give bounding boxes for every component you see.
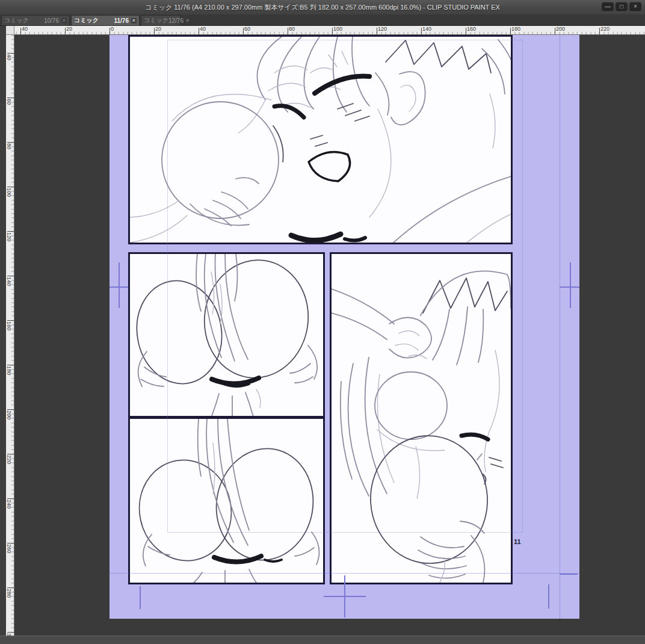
crop-mark-bottom-left-v (140, 586, 141, 609)
tab-close-icon[interactable]: × (131, 18, 137, 23)
tab-page-count: 11/76 (114, 17, 129, 24)
ruler-major-tick (65, 28, 66, 34)
ruler-tick-label: 200 (6, 410, 12, 420)
ruler-major-tick (7, 498, 14, 499)
ruler-tick-label: 120 (6, 232, 12, 241)
ruler-major-tick (7, 276, 14, 276)
ruler-tick-label: 180 (6, 366, 12, 375)
crop-mark-bottom-right-h (560, 574, 578, 575)
crop-mark-left-center-v (119, 262, 120, 308)
ruler-major-tick (7, 454, 14, 454)
minimize-button[interactable]: — (602, 2, 614, 11)
ruler-tick-label: 160 (467, 26, 476, 32)
ruler-major-tick (421, 28, 422, 34)
horizontal-ruler[interactable]: 4020020406080100120140160180200220 (14, 26, 645, 35)
ruler-tick-label: 240 (6, 500, 12, 509)
tab-comic-10[interactable]: コミック 10/76 × (1, 15, 70, 25)
ruler-tick-label: 120 (378, 26, 387, 32)
title-bar: コミック 11/76 (A4 210.00 x 297.00mm 製本サイズ:B… (0, 0, 645, 15)
ruler-major-tick (7, 365, 14, 365)
tab-label: コミック (4, 16, 29, 25)
ruler-major-tick (599, 28, 600, 34)
tab-close-icon[interactable]: × (186, 18, 189, 23)
ruler-tick-label: 80 (289, 26, 295, 32)
window-controls: — □ × (602, 2, 641, 11)
ruler-major-tick (243, 28, 244, 34)
tab-comic-12[interactable]: コミック 12/76 × (141, 15, 181, 25)
ruler-tick-label: 100 (6, 188, 12, 197)
ruler-major-tick (199, 28, 199, 34)
window-title: コミック 11/76 (A4 210.00 x 297.00mm 製本サイズ:B… (145, 3, 500, 12)
trim-guide-horizontal (110, 573, 579, 574)
comic-page: 11 (110, 35, 579, 619)
ruler-tick-label: 80 (6, 143, 12, 149)
ruler-tick-label: 280 (6, 589, 12, 598)
ruler-tick-label: 100 (333, 26, 342, 32)
ruler-tick-label: 180 (511, 26, 520, 32)
close-button[interactable]: × (629, 2, 641, 11)
window-bottom-edge (0, 636, 645, 644)
tab-label: コミック (74, 16, 99, 25)
crop-mark-right-center-v (570, 262, 571, 308)
tab-comic-11[interactable]: コミック 11/76 × (71, 15, 140, 25)
drawing-canvas[interactable]: 11 (14, 35, 645, 636)
ruler-tick-label: 60 (244, 26, 250, 32)
ruler-major-tick (288, 28, 288, 34)
tab-label: コミック (144, 16, 168, 25)
ruler-major-tick (7, 187, 14, 187)
ruler-major-tick (110, 28, 110, 34)
ruler-major-tick (332, 28, 333, 34)
ruler-major-tick (377, 28, 377, 34)
ruler-major-tick (7, 409, 14, 410)
ruler-tick-label: 260 (6, 544, 12, 553)
ruler-tick-label: 20 (155, 26, 161, 32)
ruler-major-tick (466, 28, 466, 34)
ruler-tick-label: 200 (556, 26, 565, 32)
ruler-corner (6, 26, 14, 35)
basic-frame-guide (167, 40, 523, 533)
ruler-major-tick (7, 53, 14, 54)
ruler-tick-label: 40 (200, 26, 206, 32)
tab-page-count: 10/76 (44, 17, 59, 24)
ruler-tick-label: 220 (6, 455, 12, 464)
ruler-major-tick (7, 632, 14, 633)
ruler-major-tick (555, 28, 555, 34)
crop-mark-bottom-right-v (548, 584, 549, 608)
ruler-tick-label: 40 (22, 26, 28, 32)
trim-guide-vertical (560, 35, 560, 619)
ruler-tick-label: 220 (600, 26, 610, 32)
ruler-major-tick (7, 231, 14, 232)
ruler-major-tick (7, 320, 14, 321)
ruler-major-tick (7, 543, 14, 543)
tab-page-count: 12/76 (168, 17, 184, 24)
ruler-major-tick (510, 28, 511, 34)
restore-button[interactable]: □ (616, 2, 628, 11)
ruler-tick-label: 20 (66, 26, 72, 32)
tab-close-icon[interactable]: × (61, 18, 67, 23)
ruler-major-tick (7, 98, 14, 98)
crop-mark-bottom-center-v (344, 575, 345, 618)
vertical-ruler[interactable]: 406080100120140160180200220240260280300 (6, 35, 14, 636)
ruler-tick-label: 140 (422, 26, 431, 32)
ruler-major-tick (7, 142, 14, 143)
ruler-tick-label: 60 (6, 99, 12, 105)
page-number: 11 (514, 538, 521, 545)
ruler-tick-label: 160 (6, 321, 12, 330)
ruler-major-tick (154, 28, 155, 34)
ruler-major-tick (7, 587, 14, 588)
ruler-tick-label: 40 (6, 54, 12, 60)
window-left-edge (0, 26, 6, 636)
ruler-major-tick (20, 28, 21, 34)
ruler-tick-label: 0 (111, 26, 114, 32)
ruler-tick-label: 140 (6, 277, 12, 286)
document-tab-bar: コミック 10/76 × コミック 11/76 × コミック 12/76 × (0, 14, 645, 26)
